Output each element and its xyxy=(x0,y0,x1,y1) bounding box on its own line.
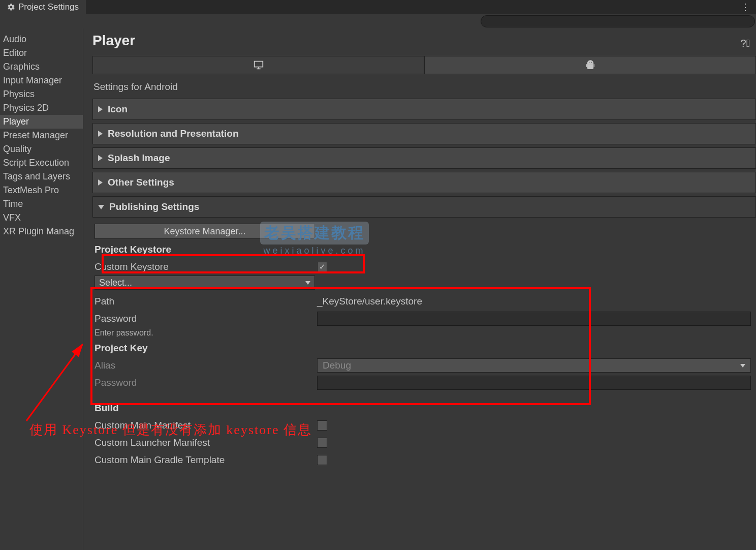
foldout-publishing[interactable]: Publishing Settings xyxy=(92,196,756,218)
chevron-right-icon xyxy=(98,106,103,112)
chevron-down-icon xyxy=(98,205,104,209)
sidebar-item-audio[interactable]: Audio xyxy=(0,33,83,46)
password-hint: Enter password. xyxy=(94,328,754,338)
chevron-down-icon xyxy=(740,364,745,368)
sidebar-item-preset-manager[interactable]: Preset Manager xyxy=(0,129,83,142)
help-icon[interactable]: ?⃝ xyxy=(741,38,750,49)
sidebar-item-time[interactable]: Time xyxy=(0,197,83,211)
sidebar-item-input-manager[interactable]: Input Manager xyxy=(0,74,83,87)
sidebar-item-editor[interactable]: Editor xyxy=(0,46,83,60)
sidebar-item-graphics[interactable]: Graphics xyxy=(0,60,83,74)
svg-point-0 xyxy=(588,62,589,63)
custom-keystore-checkbox[interactable]: ✓ xyxy=(317,262,327,272)
foldout-splash[interactable]: Splash Image xyxy=(92,147,756,169)
tab-menu-icon[interactable]: ⋮ xyxy=(741,2,756,13)
key-password-label: Password xyxy=(94,377,317,388)
alias-label: Alias xyxy=(94,360,317,371)
gear-icon xyxy=(7,3,15,11)
project-key-heading: Project Key xyxy=(94,343,754,354)
settings-for-label: Settings for Android xyxy=(93,81,756,93)
custom-launcher-manifest-label: Custom Launcher Manifest xyxy=(94,437,317,448)
custom-main-manifest-label: Custom Main Manifest xyxy=(94,420,317,431)
sidebar-item-script-execution[interactable]: Script Execution xyxy=(0,156,83,170)
platform-tab-standalone[interactable] xyxy=(92,56,424,74)
sidebar-item-textmesh-pro[interactable]: TextMesh Pro xyxy=(0,184,83,197)
custom-main-gradle-label: Custom Main Gradle Template xyxy=(94,454,317,466)
sidebar-item-physics[interactable]: Physics xyxy=(0,87,83,101)
sidebar: Audio Editor Graphics Input Manager Phys… xyxy=(0,28,83,550)
keystore-manager-button[interactable]: Keystore Manager... xyxy=(94,224,315,239)
key-password-input[interactable] xyxy=(317,376,751,390)
foldout-icon[interactable]: Icon xyxy=(92,99,756,120)
custom-keystore-label: Custom Keystore xyxy=(94,261,317,272)
keystore-password-input[interactable] xyxy=(317,312,751,326)
custom-main-manifest-checkbox[interactable] xyxy=(317,420,327,431)
android-icon xyxy=(585,59,596,71)
search-input[interactable] xyxy=(481,15,755,27)
page-title: Player xyxy=(92,33,756,49)
path-label: Path xyxy=(94,296,317,307)
foldout-resolution[interactable]: Resolution and Presentation xyxy=(92,123,756,144)
chevron-right-icon xyxy=(98,179,103,186)
chevron-right-icon xyxy=(98,131,103,137)
foldout-other[interactable]: Other Settings xyxy=(92,172,756,193)
keystore-password-label: Password xyxy=(94,313,317,324)
alias-dropdown[interactable]: Debug xyxy=(317,358,751,373)
custom-launcher-manifest-checkbox[interactable] xyxy=(317,438,327,448)
sidebar-item-vfx[interactable]: VFX xyxy=(0,211,83,225)
platform-tab-android[interactable] xyxy=(424,56,756,74)
sidebar-item-physics-2d[interactable]: Physics 2D xyxy=(0,101,83,115)
monitor-icon xyxy=(253,59,264,71)
chevron-right-icon xyxy=(98,155,103,161)
project-keystore-heading: Project Keystore xyxy=(94,244,754,255)
sidebar-item-xr-plugin[interactable]: XR Plugin Manag xyxy=(0,225,83,238)
path-value: _KeyStore/user.keystore xyxy=(317,296,422,307)
svg-point-1 xyxy=(591,62,591,63)
sidebar-item-player[interactable]: Player xyxy=(0,115,83,129)
sidebar-item-quality[interactable]: Quality xyxy=(0,142,83,156)
sidebar-item-tags-and-layers[interactable]: Tags and Layers xyxy=(0,170,83,184)
keystore-select[interactable]: Select... xyxy=(94,276,315,290)
custom-main-gradle-checkbox[interactable] xyxy=(317,455,327,465)
build-heading: Build xyxy=(94,403,754,414)
tab-project-settings[interactable]: Project Settings xyxy=(0,0,86,14)
chevron-down-icon xyxy=(305,281,310,285)
tab-title: Project Settings xyxy=(18,2,79,12)
